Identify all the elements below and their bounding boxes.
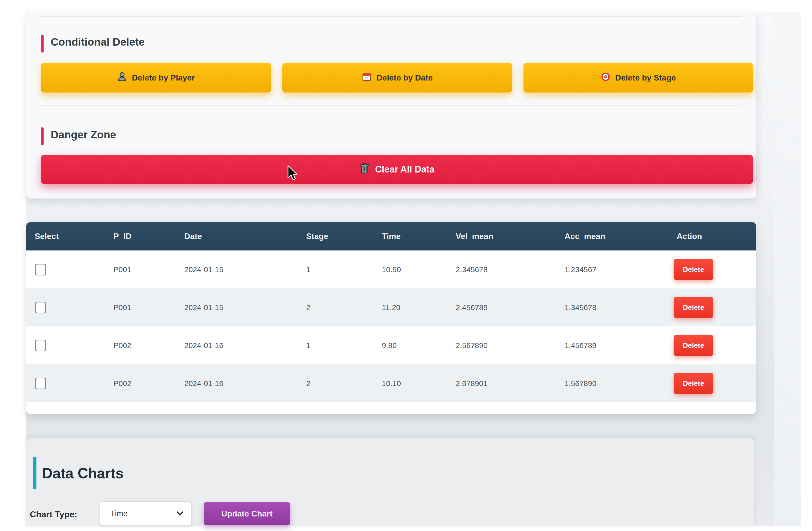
- table-row: P001 2024-01-15 2 11.20 2.456789 1.34567…: [26, 289, 756, 326]
- column-header-time: Time: [382, 222, 401, 250]
- row-select-checkbox[interactable]: [35, 302, 46, 313]
- chart-type-selected-value: Time: [110, 502, 128, 526]
- app-background: Conditional Delete Delete by Player: [26, 12, 801, 526]
- cell-stage: 2: [306, 364, 310, 402]
- cell-acc-mean: 1.567890: [565, 364, 596, 402]
- delete-controls-card: Conditional Delete Delete by Player: [26, 12, 756, 198]
- top-divider: [40, 16, 742, 17]
- scrollbar-track[interactable]: [774, 12, 801, 526]
- row-delete-button[interactable]: Delete: [673, 259, 713, 280]
- danger-zone-title: Danger Zone: [51, 126, 116, 144]
- clear-all-data-button[interactable]: Clear All Data: [41, 155, 753, 184]
- column-header-select: Select: [35, 222, 59, 250]
- row-select-checkbox[interactable]: [35, 264, 46, 276]
- screen: Conditional Delete Delete by Player: [0, 0, 812, 531]
- cell-time: 11.20: [382, 289, 401, 326]
- cell-date: 2024-01-15: [184, 289, 223, 326]
- cell-stage: 1: [306, 250, 310, 289]
- row-delete-button[interactable]: Delete: [673, 373, 713, 394]
- data-charts-section: Data Charts Chart Type: Time Update Char…: [26, 438, 754, 526]
- column-header-stage: Stage: [306, 222, 328, 250]
- delete-by-player-button[interactable]: Delete by Player: [41, 63, 271, 92]
- delete-by-date-button[interactable]: Delete by Date: [282, 63, 512, 92]
- table-header-row: Select P_ID Date Stage Time Vel_mean Acc…: [26, 222, 756, 252]
- person-icon: [117, 72, 127, 84]
- cell-acc-mean: 1.456789: [565, 326, 596, 364]
- cell-vel-mean: 2.567890: [456, 326, 488, 364]
- column-header-date: Date: [184, 222, 202, 250]
- conditional-delete-title: Conditional Delete: [51, 33, 145, 51]
- cell-acc-mean: 1.234567: [565, 250, 596, 289]
- cell-date: 2024-01-16: [184, 326, 223, 364]
- chart-type-label: Chart Type:: [30, 502, 77, 526]
- table-row: P002 2024-01-16 1 9.80 2.567890 1.456789…: [26, 326, 756, 364]
- delete-by-stage-button[interactable]: Delete by Stage: [523, 63, 753, 92]
- cell-time: 9.80: [382, 326, 396, 364]
- column-header-acc-mean: Acc_mean: [565, 222, 605, 250]
- section-accent-bar: [41, 128, 44, 145]
- cell-stage: 1: [306, 326, 310, 364]
- data-charts-title: Data Charts: [42, 457, 124, 490]
- delete-by-date-label: Delete by Date: [376, 73, 433, 83]
- cell-acc-mean: 1.345678: [565, 289, 596, 326]
- row-delete-button[interactable]: Delete: [673, 297, 713, 318]
- column-header-action: Action: [677, 222, 702, 250]
- cell-vel-mean: 2.678901: [456, 364, 488, 402]
- section-divider: [40, 105, 742, 106]
- cell-date: 2024-01-15: [184, 250, 223, 289]
- chart-type-select[interactable]: Time: [100, 501, 192, 526]
- clear-all-data-label: Clear All Data: [375, 164, 435, 175]
- cell-p-id: P002: [113, 364, 131, 402]
- delete-by-stage-label: Delete by Stage: [615, 73, 676, 83]
- cell-p-id: P002: [113, 326, 131, 364]
- table-row: P001 2024-01-15 1 10.50 2.345678 1.23456…: [26, 250, 756, 289]
- chevron-down-icon: [176, 510, 184, 517]
- row-select-checkbox[interactable]: [35, 378, 46, 389]
- table-row: P002 2024-01-16 2 10.10 2.678901 1.56789…: [26, 364, 756, 402]
- cell-time: 10.10: [382, 364, 401, 402]
- data-table-card: Select P_ID Date Stage Time Vel_mean Acc…: [26, 222, 756, 414]
- target-icon: [600, 72, 611, 84]
- cell-vel-mean: 2.456789: [456, 289, 488, 326]
- calendar-icon: [362, 72, 372, 84]
- cell-stage: 2: [306, 289, 310, 326]
- column-header-p-id: P_ID: [113, 222, 131, 250]
- section-accent-bar: [41, 35, 44, 53]
- mouse-cursor: [288, 165, 299, 182]
- row-delete-button[interactable]: Delete: [673, 335, 713, 356]
- cell-vel-mean: 2.345678: [456, 250, 488, 289]
- cell-date: 2024-01-16: [184, 364, 223, 402]
- update-chart-button[interactable]: Update Chart: [204, 502, 290, 525]
- cell-p-id: P001: [113, 289, 131, 326]
- column-header-vel-mean: Vel_mean: [456, 222, 493, 250]
- trash-icon: [359, 163, 370, 176]
- row-select-checkbox[interactable]: [35, 340, 46, 351]
- cell-time: 10.50: [382, 250, 401, 289]
- section-accent-bar: [33, 457, 37, 489]
- cell-p-id: P001: [113, 250, 131, 289]
- delete-by-player-label: Delete by Player: [132, 73, 195, 83]
